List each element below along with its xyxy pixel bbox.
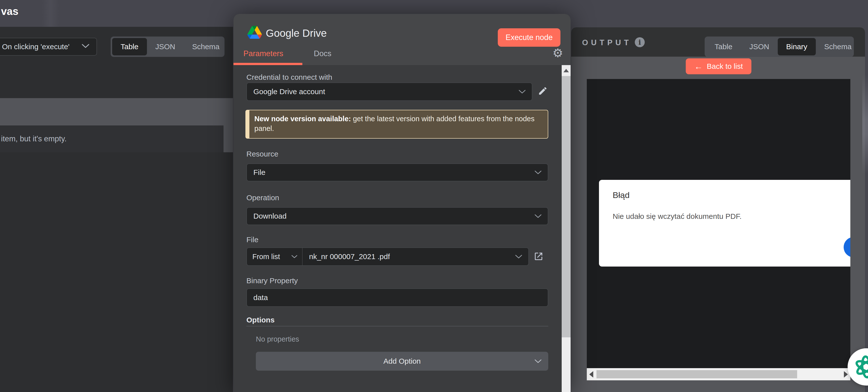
resource-value: File	[247, 168, 265, 176]
options-section-label: Options	[246, 316, 275, 324]
tab-input-schema[interactable]: Schema	[184, 38, 228, 55]
atom-icon	[853, 354, 868, 380]
canvas-node-shadow	[42, 0, 59, 27]
operation-value: Download	[247, 212, 286, 220]
node-settings-modal: Google Drive Execute node Parameters Doc…	[234, 14, 570, 392]
gear-icon[interactable]: ⚙	[553, 47, 563, 59]
pdf-error-message: Nie udało się wczytać dokumentu PDF.	[613, 212, 742, 221]
resource-select[interactable]: File	[246, 163, 548, 181]
back-arrow-icon: ←	[694, 63, 703, 70]
modal-header: Google Drive Execute node Parameters Doc…	[234, 14, 570, 65]
tab-output-table[interactable]: Table	[706, 38, 741, 55]
options-divider	[246, 326, 548, 326]
pdf-viewer: Błąd Nie udało się wczytać dokumentu PDF…	[587, 79, 850, 380]
no-properties-text: No properties	[256, 335, 299, 343]
pdf-scrollbar-thumb[interactable]	[596, 370, 797, 378]
output-panel: OUTPUT i Table JSON Binary Schema ← Back…	[571, 27, 865, 392]
file-value-select[interactable]: nk_nr 000007_2021 .pdf	[303, 248, 528, 265]
credential-value: Google Drive account	[247, 88, 325, 96]
back-to-list-label: Back to list	[707, 62, 743, 70]
chevron-down-icon	[534, 170, 542, 175]
binary-property-label: Binary Property	[246, 276, 298, 285]
version-notice-banner: New node version available: get the late…	[245, 110, 548, 139]
output-view-tabs: Table JSON Binary Schema	[705, 36, 854, 57]
active-tab-underline	[234, 63, 302, 65]
credential-label: Credential to connect with	[246, 73, 332, 81]
chevron-down-icon	[82, 44, 90, 48]
tab-input-table[interactable]: Table	[112, 38, 147, 55]
operation-select[interactable]: Download	[246, 207, 548, 225]
version-notice-bold: New node version available:	[254, 115, 351, 123]
tab-input-json[interactable]: JSON	[147, 38, 184, 55]
back-to-canvas-label[interactable]: vas	[1, 5, 19, 18]
tab-output-schema[interactable]: Schema	[816, 38, 860, 55]
empty-item-text: item, but it's empty.	[0, 134, 67, 143]
file-mode-value: From list	[247, 253, 280, 261]
execute-node-label: Execute node	[505, 33, 553, 42]
chevron-down-icon	[515, 255, 522, 259]
file-resource-locator: From list nk_nr 000007_2021 .pdf	[246, 248, 529, 266]
output-panel-header: OUTPUT i Table JSON Binary Schema	[571, 27, 865, 57]
scroll-up-arrow-icon[interactable]	[562, 65, 570, 76]
file-label: File	[246, 235, 258, 244]
pdf-error-title: Błąd	[613, 190, 629, 200]
chevron-down-icon	[534, 214, 542, 218]
n8n-node-detail-view: vas On clicking 'execute' Table JSON Sch…	[0, 0, 868, 392]
pencil-icon[interactable]	[538, 86, 548, 96]
credential-select[interactable]: Google Drive account	[246, 83, 532, 101]
scroll-right-arrow-icon[interactable]	[844, 371, 848, 378]
file-mode-select[interactable]: From list	[247, 248, 302, 265]
back-to-list-button[interactable]: ← Back to list	[686, 58, 751, 74]
binary-property-input[interactable]: data	[246, 288, 548, 307]
file-value: nk_nr 000007_2021 .pdf	[303, 252, 390, 261]
modal-scrollbar-thumb[interactable]	[562, 76, 570, 337]
tab-docs[interactable]: Docs	[314, 49, 332, 58]
run-data-selector-value: On clicking 'execute'	[2, 42, 70, 51]
pdf-horizontal-scrollbar[interactable]	[587, 368, 850, 380]
chevron-down-icon	[519, 90, 526, 94]
chevron-down-icon	[534, 359, 542, 363]
operation-label: Operation	[246, 194, 279, 202]
input-view-tabs: Table JSON Schema	[111, 36, 224, 57]
google-drive-logo-icon	[247, 26, 262, 39]
tab-output-json[interactable]: JSON	[741, 38, 778, 55]
resource-label: Resource	[246, 150, 278, 158]
window-right-edge	[865, 0, 868, 392]
binary-property-value: data	[247, 293, 268, 302]
output-title: OUTPUT	[582, 38, 631, 47]
chevron-down-icon	[291, 255, 298, 259]
pdf-error-card: Błąd Nie udało się wczytać dokumentu PDF…	[599, 180, 850, 266]
add-option-label: Add Option	[383, 357, 421, 365]
execute-node-button[interactable]: Execute node	[498, 28, 560, 47]
input-empty-item-row: item, but it's empty.	[0, 126, 223, 152]
node-title: Google Drive	[266, 27, 327, 39]
run-data-selector[interactable]: On clicking 'execute'	[0, 38, 97, 56]
scroll-left-arrow-icon[interactable]	[589, 371, 593, 378]
external-link-icon[interactable]	[534, 251, 544, 261]
add-option-button[interactable]: Add Option	[256, 352, 548, 371]
info-icon[interactable]: i	[635, 37, 645, 47]
input-panel: On clicking 'execute' Table JSON Schema …	[0, 27, 233, 392]
edge-scroll-glow	[862, 74, 868, 174]
tab-parameters[interactable]: Parameters	[243, 49, 283, 58]
tab-output-binary[interactable]: Binary	[778, 38, 816, 55]
